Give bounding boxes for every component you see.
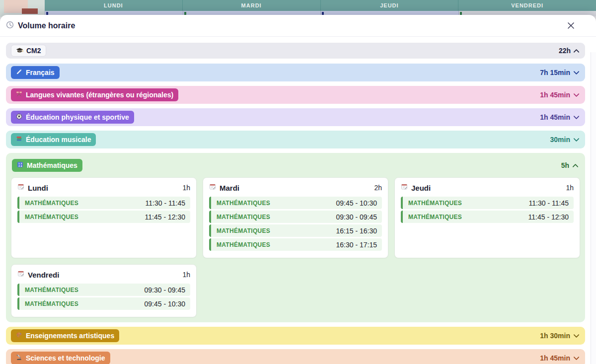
schedule-entry: MATHÉMATIQUES 11:45 - 12:30	[17, 211, 190, 223]
subject-row-sciences-technologie[interactable]: Sciences et technologie 1h 45min	[6, 349, 585, 364]
graduation-cap-icon	[16, 47, 23, 55]
subject-badge: 1234 Mathématiques	[12, 159, 82, 172]
subject-row-mathematiques[interactable]: 1234 Mathématiques 5h	[11, 158, 580, 173]
entry-subject: MATHÉMATIQUES	[25, 300, 78, 307]
schedule-entry: MATHÉMATIQUES 11:30 - 11:45	[401, 197, 574, 209]
entry-subject: MATHÉMATIQUES	[25, 214, 78, 220]
entry-time: 16:15 - 16:30	[336, 227, 377, 235]
subject-duration: 1h 45min	[540, 113, 570, 121]
chevron-down-icon[interactable]	[573, 114, 580, 121]
entry-time: 09:45 - 10:30	[144, 300, 185, 308]
day-card-jeudi: Jeudi 1h MATHÉMATIQUES 11:30 - 11:45 MAT…	[394, 177, 580, 258]
schedule-entry: MATHÉMATIQUES 16:15 - 16:30	[209, 224, 382, 237]
modal-titlebar: Volume horaire	[0, 15, 596, 37]
class-total-hours: 22h	[559, 47, 571, 55]
entry-subject: MATHÉMATIQUES	[408, 214, 462, 220]
subject-name: Langues vivantes (étrangères ou régional…	[26, 91, 173, 99]
subject-row-eps[interactable]: Éducation physique et sportive 1h 45min	[6, 108, 585, 126]
subject-name: Sciences et technologie	[26, 354, 105, 362]
entry-subject: MATHÉMATIQUES	[217, 227, 270, 234]
entry-subject: MATHÉMATIQUES	[408, 200, 462, 207]
subject-name: Éducation physique et sportive	[26, 113, 129, 121]
calendar-icon	[401, 183, 408, 192]
palette-icon	[16, 332, 22, 340]
subject-duration: 1h 45min	[540, 354, 570, 362]
subject-row-langues-vivantes[interactable]: Langues vivantes (étrangères ou régional…	[6, 86, 585, 104]
day-header-vendredi: VENDREDI	[458, 0, 596, 11]
schedule-entry: MATHÉMATIQUES 11:30 - 11:45	[17, 197, 190, 209]
volume-horaire-modal: Volume horaire CM2 22h	[0, 15, 596, 364]
entry-time: 11:30 - 11:45	[529, 199, 569, 207]
day-card-lundi: Lundi 1h MATHÉMATIQUES 11:30 - 11:45 MAT…	[11, 177, 197, 258]
calendar-icon	[17, 183, 24, 192]
subject-name: Éducation musicale	[26, 136, 91, 144]
schedule-entry: MATHÉMATIQUES 09:30 - 09:45	[209, 211, 382, 223]
entry-time: 11:45 - 12:30	[145, 213, 185, 221]
entry-time: 16:30 - 17:15	[336, 241, 377, 249]
schedule-entry: MATHÉMATIQUES 09:30 - 09:45	[17, 284, 190, 296]
schedule-entry: MATHÉMATIQUES 09:45 - 10:30	[17, 297, 190, 310]
subject-row-enseignements-artistiques[interactable]: Enseignements artistiques 1h 30min	[6, 327, 585, 345]
class-group-header[interactable]: CM2 22h	[6, 43, 585, 59]
subject-duration: 7h 15min	[540, 69, 570, 76]
background-event-block	[22, 8, 38, 14]
subject-row-education-musicale[interactable]: Éducation musicale 30min	[6, 131, 585, 148]
pen-icon	[16, 69, 22, 76]
subject-name: Français	[26, 69, 55, 76]
day-header-jeudi: JEUDI	[320, 0, 458, 11]
math-day-cards: Lundi 1h MATHÉMATIQUES 11:30 - 11:45 MAT…	[11, 177, 580, 317]
calendar-icon	[209, 183, 216, 192]
subject-badge: Éducation physique et sportive	[11, 111, 134, 124]
subject-name: Enseignements artistiques	[26, 332, 114, 340]
entry-time: 11:45 - 12:30	[528, 213, 569, 221]
day-card-total: 2h	[374, 184, 382, 192]
subject-section-mathematiques: 1234 Mathématiques 5h	[6, 153, 585, 322]
day-card-title: Mardi	[220, 184, 239, 192]
chevron-down-icon[interactable]	[573, 355, 580, 362]
day-card-title: Lundi	[28, 184, 48, 192]
day-card-total: 1h	[566, 184, 574, 192]
entry-time: 09:45 - 10:30	[336, 199, 377, 207]
day-header-mardi: MARDI	[182, 0, 320, 11]
chevron-down-icon[interactable]	[573, 332, 580, 340]
day-card-total: 1h	[182, 184, 190, 192]
entry-subject: MATHÉMATIQUES	[217, 241, 270, 248]
day-card-title: Vendredi	[28, 271, 59, 279]
entry-subject: MATHÉMATIQUES	[25, 200, 78, 207]
svg-text:4: 4	[20, 165, 22, 167]
crossed-flags-icon	[16, 91, 22, 99]
day-header-lundi: LUNDI	[45, 0, 182, 11]
background-calendar-corner	[0, 0, 45, 17]
chevron-down-icon[interactable]	[573, 91, 580, 99]
close-button[interactable]	[565, 21, 576, 32]
entry-subject: MATHÉMATIQUES	[25, 287, 78, 293]
subject-badge: Éducation musicale	[11, 133, 96, 146]
subject-badge: Langues vivantes (étrangères ou régional…	[11, 88, 178, 101]
subject-name: Mathématiques	[27, 161, 77, 169]
schedule-entry: MATHÉMATIQUES 16:30 - 17:15	[209, 238, 382, 251]
modal-content: CM2 22h Français 7h 15min	[0, 37, 596, 364]
class-chip: CM2	[11, 45, 46, 57]
subject-duration: 1h 30min	[540, 332, 570, 340]
day-card-mardi: Mardi 2h MATHÉMATIQUES 09:45 - 10:30 MAT…	[203, 177, 388, 258]
day-card-title: Jeudi	[411, 184, 431, 192]
subject-duration: 5h	[561, 161, 569, 169]
subject-duration: 1h 45min	[540, 91, 570, 99]
close-icon[interactable]	[567, 21, 575, 31]
entry-time: 11:30 - 11:45	[146, 199, 185, 207]
chevron-up-icon[interactable]	[572, 162, 579, 169]
day-card-total: 1h	[182, 271, 190, 279]
soccer-ball-icon	[16, 113, 22, 121]
calendar-icon	[17, 270, 24, 279]
books-icon	[16, 136, 22, 144]
chevron-down-icon[interactable]	[573, 136, 580, 144]
chevron-up-icon[interactable]	[573, 47, 580, 55]
chevron-down-icon[interactable]	[573, 69, 580, 76]
subject-row-francais[interactable]: Français 7h 15min	[6, 64, 585, 81]
entry-time: 09:30 - 09:45	[144, 286, 185, 294]
subject-badge: Enseignements artistiques	[11, 329, 119, 342]
entry-subject: MATHÉMATIQUES	[217, 200, 270, 207]
modal-scrollbar[interactable]	[591, 52, 596, 364]
subject-duration: 30min	[550, 136, 570, 144]
clock-icon	[6, 21, 14, 31]
